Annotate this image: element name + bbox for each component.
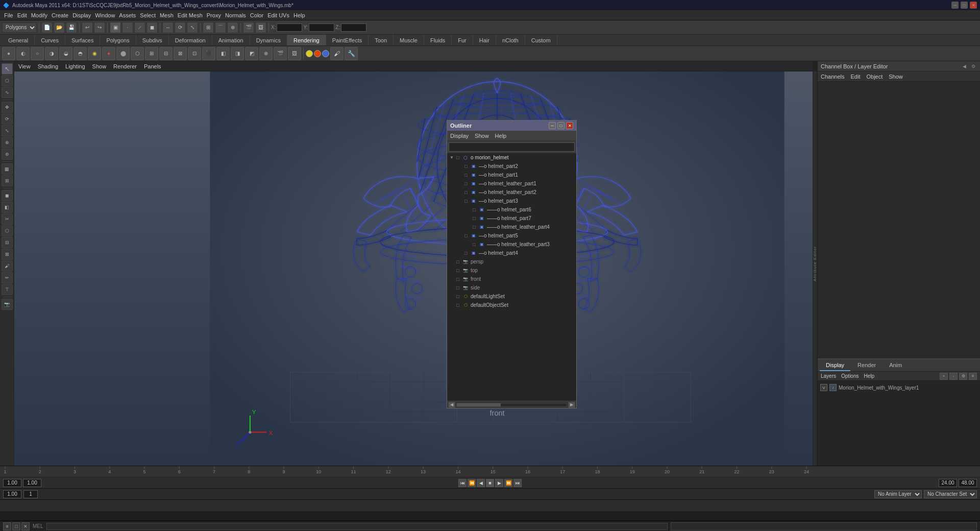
start-frame-input[interactable] [3,479,21,487]
shelf-icon-14[interactable]: ⊡ [188,47,201,60]
snap-together[interactable]: ⊞ [2,175,13,186]
open-btn[interactable]: 📂 [54,22,65,33]
shelf-script-icon[interactable]: 🔧 [345,47,358,60]
layer-visibility-btn[interactable]: V [820,384,827,391]
extrude-face-tool[interactable]: ⬡ [2,225,13,236]
step-forward-btn[interactable]: ⏩ [504,479,512,487]
scroll-thumb[interactable] [457,403,501,406]
menu-edit-mesh[interactable]: Edit Mesh [176,11,205,19]
shelf-icon-3[interactable]: ○ [31,47,44,60]
menu-edit[interactable]: Edit [15,11,29,19]
le-tab-display[interactable]: Display [820,360,850,371]
camera-icon-lt[interactable]: 📷 [2,299,13,310]
split-poly-tool[interactable]: ✂ [2,213,13,225]
shelf-icon-4[interactable]: ◑ [45,47,58,60]
snap-point-btn[interactable]: ⊕ [227,22,238,33]
scale-tool-btn[interactable]: ⤡ [187,22,198,33]
outliner-item-morion-helmet[interactable]: ▼ □ ⬡ o morion_helmet [447,153,576,162]
vp-menu-show[interactable]: Show [92,63,107,69]
shelf-icon-8[interactable]: ● [102,47,115,60]
shelf-icon-6[interactable]: ◓ [74,47,87,60]
le-sort-btn[interactable]: ≡ [969,373,977,380]
minimize-button[interactable]: ─ [951,2,959,9]
anim-start-input[interactable] [3,490,21,498]
outliner-item-defaultobjectset[interactable]: □ ⬡ defaultObjectSet [447,301,576,309]
tab-curves[interactable]: Curves [35,35,65,46]
tab-animation[interactable]: Animation [212,35,250,46]
outliner-item-top[interactable]: □ 📷 top [447,266,576,275]
current-time-input[interactable] [23,490,38,498]
shelf-icon-16[interactable]: ◧ [216,47,230,60]
bridge-tool[interactable]: ⊟ [2,237,13,248]
char-set-select[interactable]: No Character Set [924,490,977,498]
snap-grid-btn[interactable]: ⊞ [203,22,214,33]
scroll-left-btn[interactable]: ◀ [448,402,455,408]
tab-surfaces[interactable]: Surfaces [65,35,100,46]
outliner-item-helmet-leather-part3[interactable]: □ ▣ ——o helmet_leather_part3 [447,240,576,249]
menu-display[interactable]: Display [70,11,93,19]
shelf-icon-2[interactable]: ◐ [16,47,30,60]
mel-input[interactable] [46,523,668,530]
rotate-tool-lt[interactable]: ⟳ [2,113,13,125]
outliner-item-helmet-part5[interactable]: □ ▣ —o helmet_part5 [447,231,576,240]
le-new-layer-btn[interactable]: + [940,373,948,380]
outliner-close-btn[interactable]: ✕ [566,122,573,129]
cb-menu-object[interactable]: Object [866,74,883,80]
play-forward-btn[interactable]: ▶ [495,479,503,487]
create-poly-tool[interactable]: ◼ [2,190,13,201]
mode-dropdown[interactable]: Polygons [2,22,37,33]
select-obj-btn[interactable]: ▣ [110,22,121,33]
tab-hair[interactable]: Hair [473,35,496,46]
outliner-item-helmet-part6[interactable]: □ ▣ ——o helmet_part6 [447,205,576,214]
visibility-check[interactable]: □ [454,155,461,160]
paint-weights[interactable]: 🖌 [2,260,13,272]
outliner-menu-help[interactable]: Help [495,133,507,139]
shelf-icon-20[interactable]: 🎬 [274,47,287,60]
shelf-icon-21[interactable]: 🖼 [288,47,301,60]
snap-curve-btn[interactable]: ⌒ [215,22,226,33]
vp-menu-view[interactable]: View [18,63,31,69]
vp-menu-shading[interactable]: Shading [38,63,58,69]
menu-proxy[interactable]: Proxy [205,11,223,19]
shelf-icon-5[interactable]: ◒ [59,47,72,60]
outliner-menu-show[interactable]: Show [475,133,489,139]
lasso-tool[interactable]: ∿ [2,87,13,98]
merge-tool[interactable]: ⊠ [2,249,13,260]
end-frame-input[interactable] [939,479,957,487]
step-back-btn[interactable]: ⏪ [468,479,476,487]
outliner-scroll-h[interactable]: ◀ ▶ [447,401,576,408]
play-back-btn[interactable]: ◀ [477,479,485,487]
select-tool[interactable]: ↖ [2,63,13,75]
outliner-item-side[interactable]: □ 📷 side [447,283,576,292]
menu-window[interactable]: Window [93,11,117,19]
outliner-search-input[interactable] [449,142,575,152]
le-tab-anim[interactable]: Anim [883,360,908,371]
anim-layer-select[interactable]: No Anim Layer [874,490,922,498]
shelf-icon-18[interactable]: ◩ [245,47,258,60]
cb-menu-show[interactable]: Show [889,74,903,80]
outliner-menu-display[interactable]: Display [450,133,469,139]
shelf-icon-17[interactable]: ◨ [231,47,244,60]
outliner-item-helmet-part1[interactable]: □ ▣ —o helmet_part1 [447,171,576,179]
current-frame-input[interactable] [23,479,41,487]
rotate-tool-btn[interactable]: ⟳ [175,22,186,33]
outliner-restore-btn[interactable]: □ [557,122,565,129]
artisan-tool[interactable]: ✏ [2,272,13,283]
le-menu-options[interactable]: Options [841,373,859,379]
tab-painteffects[interactable]: PaintEffects [326,35,369,46]
shelf-icon-12[interactable]: ⊟ [159,47,173,60]
maximize-button[interactable]: □ [961,2,968,9]
vp-menu-renderer[interactable]: Renderer [113,63,137,69]
menu-create[interactable]: Create [50,11,70,19]
menu-file[interactable]: File [2,11,15,19]
stop-btn[interactable]: ■ [486,479,494,487]
tab-rendering[interactable]: Rendering [287,35,326,46]
outliner-item-helmet-part2[interactable]: □ ▣ —o helmet_part2 [447,162,576,171]
outliner-tree[interactable]: ▼ □ ⬡ o morion_helmet □ ▣ —o helmet_part… [447,153,576,401]
scroll-right-btn[interactable]: ▶ [568,402,575,408]
outliner-item-helmet-leather-part1[interactable]: □ ▣ —o helmet_leather_part1 [447,179,576,188]
menu-edit-uvs[interactable]: Edit UVs [265,11,291,19]
redo-btn[interactable]: ↪ [94,22,105,33]
outliner-item-front[interactable]: □ 📷 front [447,275,576,283]
new-scene-btn[interactable]: 📄 [41,22,53,33]
